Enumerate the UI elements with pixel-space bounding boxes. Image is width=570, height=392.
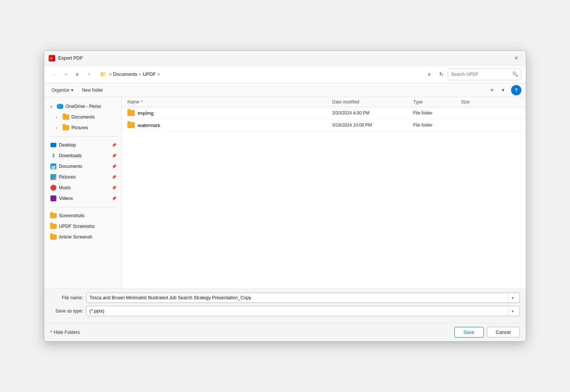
col-extra-header [498, 99, 520, 105]
close-button[interactable]: × [511, 53, 521, 63]
file-name-cell-1: watermark [127, 122, 332, 128]
file-date-1: 3/18/2024 10:09 PM [332, 123, 413, 128]
forward-button[interactable]: → [60, 69, 71, 80]
onedrive-chevron-icon: ∨ [50, 105, 54, 109]
file-name-0: tmpImg [138, 110, 154, 116]
pictures-cloud-label: Pictures [71, 125, 117, 130]
documents-local-icon [50, 163, 57, 170]
pictures-local-icon [50, 174, 57, 180]
updf-screenshots-label: UPDF Screensho [59, 224, 117, 229]
col-type-label: Type [413, 99, 423, 105]
hide-folders-button[interactable]: ^ Hide Folders [50, 330, 80, 335]
back-button[interactable]: ← [49, 69, 59, 80]
refresh-button[interactable]: ↻ [436, 69, 446, 80]
help-button[interactable]: ? [511, 85, 521, 95]
search-input[interactable] [451, 72, 510, 77]
sidebar-item-screenshots[interactable]: Screenshots [46, 211, 120, 221]
sidebar-item-documents-local[interactable]: Documents 📌 [46, 161, 120, 172]
sidebar-item-videos[interactable]: Videos 📌 [46, 193, 120, 204]
breadcrumb[interactable]: 📁 > Documents > UPDF > [96, 68, 423, 80]
sidebar-item-desktop[interactable]: Desktop 📌 [46, 140, 120, 150]
col-name-header[interactable]: Name ^ [127, 99, 332, 105]
view-list-button[interactable]: ≡ [487, 85, 497, 95]
filetype-dropdown-button[interactable]: ▾ [509, 306, 517, 316]
col-date-label: Date modified [332, 99, 359, 105]
organize-arrow: ▾ [71, 88, 73, 93]
dropdown-button[interactable]: ∨ [72, 69, 82, 80]
hide-folders-icon: ^ [50, 330, 52, 335]
view-dropdown-button[interactable]: ▾ [498, 85, 508, 95]
sidebar-item-pictures-cloud[interactable]: › Pictures [46, 123, 120, 133]
filetype-value: (*.pptx) [89, 308, 507, 314]
filename-input[interactable] [89, 295, 507, 300]
folder-pics-icon [63, 124, 69, 131]
sidebar-item-music[interactable]: Music 📌 [46, 183, 120, 193]
hide-folders-label: Hide Folders [54, 330, 80, 335]
title-bar: P Export PDF × [44, 51, 526, 66]
docs-chevron-icon: › [56, 115, 60, 119]
article-screenshots-label: Article Screensh [59, 234, 117, 240]
toolbar: Organize ▾ New folder ≡ ▾ ? [44, 83, 526, 97]
breadcrumb-folder-icon: 📁 [100, 71, 106, 77]
downloads-icon: ⬇ [50, 152, 57, 159]
file-pane: Name ^ Date modified Type Size tmpImg [122, 97, 526, 289]
breadcrumb-sep3: > [157, 72, 160, 77]
save-button[interactable]: Save [454, 327, 484, 338]
sidebar-divider-2 [49, 207, 117, 207]
pics-chevron-icon: › [56, 126, 60, 130]
updf-folder-icon [50, 223, 57, 230]
view-buttons: ≡ ▾ [487, 85, 508, 95]
folder-docs-icon [63, 114, 69, 120]
col-name-label: Name [127, 99, 139, 105]
breadcrumb-documents: Documents [113, 71, 137, 77]
file-folder-icon-1 [127, 122, 135, 128]
sidebar-divider-1 [49, 136, 117, 137]
col-size-label: Size [461, 99, 469, 105]
sidebar-item-article-screenshots[interactable]: Article Screensh [46, 232, 120, 242]
sidebar: ∨ OneDrive - Perso › Documents › [44, 97, 122, 289]
sidebar-section-quick-access: Desktop 📌 ⬇ Downloads 📌 D [44, 139, 121, 205]
videos-pin-icon: 📌 [112, 196, 117, 201]
desktop-icon [50, 142, 57, 148]
bottom-section: File name: ▾ Save as type: (*.pptx) ▾ [44, 289, 526, 323]
sidebar-item-downloads[interactable]: ⬇ Downloads 📌 [46, 151, 120, 161]
table-row[interactable]: tmpImg 3/20/2024 4:00 PM File folder [122, 107, 526, 119]
up-button[interactable]: ↑ [84, 69, 94, 80]
sidebar-section-folders: Screenshots UPDF Screensho Article Scree… [44, 209, 121, 243]
organize-button[interactable]: Organize ▾ [49, 86, 76, 94]
downloads-label: Downloads [59, 153, 109, 158]
col-type-header[interactable]: Type [413, 99, 461, 105]
sidebar-item-documents-cloud[interactable]: › Documents [46, 112, 120, 122]
sidebar-item-pictures-local[interactable]: Pictures 📌 [46, 172, 120, 182]
documents-local-label: Documents [59, 164, 109, 169]
filetype-input-wrapper[interactable]: (*.pptx) ▾ [86, 306, 520, 316]
file-name-1: watermark [138, 123, 160, 128]
breadcrumb-chevron[interactable]: ∨ [424, 69, 434, 80]
filename-input-wrapper[interactable]: ▾ [86, 293, 520, 303]
pictures-local-label: Pictures [59, 174, 109, 180]
col-date-header[interactable]: Date modified [332, 99, 413, 105]
videos-icon [50, 195, 57, 202]
file-type-1: File folder [413, 123, 461, 128]
downloads-pin-icon: 📌 [112, 153, 117, 158]
table-row[interactable]: watermark 3/18/2024 10:09 PM File folder [122, 119, 526, 131]
file-folder-icon-0 [127, 110, 135, 116]
article-folder-icon [50, 234, 57, 240]
filename-row: File name: ▾ [50, 293, 520, 303]
cancel-button[interactable]: Cancel [487, 327, 520, 338]
documents-cloud-label: Documents [71, 114, 117, 120]
svg-text:P: P [50, 57, 53, 60]
col-size-header[interactable]: Size [461, 99, 498, 105]
music-pin-icon: 📌 [112, 186, 117, 190]
file-list-header: Name ^ Date modified Type Size [122, 97, 526, 107]
filetype-row: Save as type: (*.pptx) ▾ [50, 306, 520, 316]
sidebar-item-onedrive[interactable]: ∨ OneDrive - Perso [46, 101, 120, 112]
onedrive-label: OneDrive - Perso [66, 104, 117, 109]
app-icon: P [49, 55, 55, 61]
sidebar-item-updf-screenshots[interactable]: UPDF Screensho [46, 221, 120, 232]
export-pdf-dialog: P Export PDF × ← → ∨ ↑ 📁 > Documents > U… [44, 50, 526, 342]
search-box[interactable]: 🔍 [448, 68, 521, 80]
filename-dropdown-button[interactable]: ▾ [509, 293, 517, 303]
new-folder-label: New folder [82, 88, 103, 93]
new-folder-button[interactable]: New folder [79, 86, 106, 94]
